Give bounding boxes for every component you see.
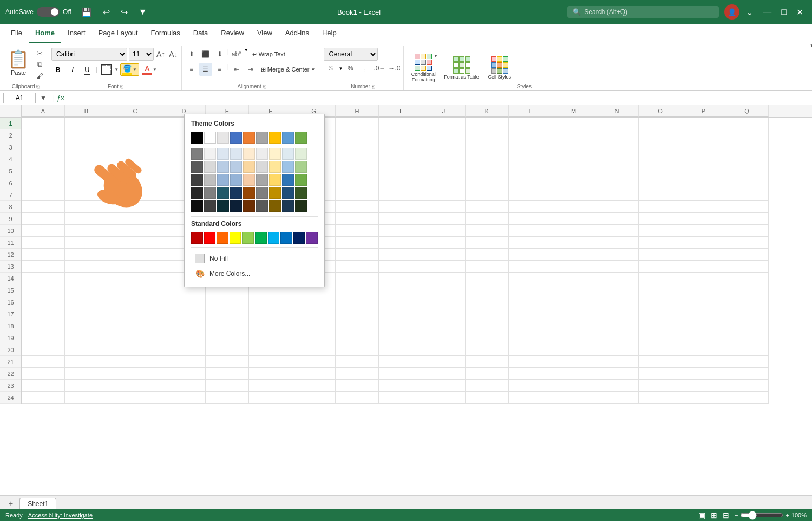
cell-5-10[interactable] <box>466 165 509 177</box>
cell-15-10[interactable] <box>466 284 509 296</box>
view-normal-button[interactable]: ▣ <box>698 511 705 520</box>
cell-1-9[interactable] <box>422 118 466 129</box>
shade[interactable] <box>295 200 307 212</box>
cell-17-15[interactable] <box>682 308 725 320</box>
shade[interactable] <box>230 161 242 173</box>
no-fill-option[interactable]: No Fill <box>191 251 318 266</box>
cell-1-15[interactable] <box>682 118 725 129</box>
theme-color-yellow[interactable] <box>269 132 281 144</box>
cell-23-5[interactable] <box>249 380 292 392</box>
shade[interactable] <box>295 161 307 173</box>
conditional-formatting-button[interactable]: ConditionalFormatting ▼ <box>407 51 440 85</box>
cell-21-0[interactable] <box>22 356 65 368</box>
cell-12-0[interactable] <box>22 249 65 261</box>
cell-16-0[interactable] <box>22 296 65 308</box>
cell-22-3[interactable] <box>162 368 206 380</box>
cell-19-3[interactable] <box>162 332 206 344</box>
cell-15-14[interactable] <box>639 284 682 296</box>
shade[interactable] <box>204 187 216 199</box>
cell-21-2[interactable] <box>108 356 162 368</box>
cell-9-11[interactable] <box>509 213 552 225</box>
cell-14-1[interactable] <box>65 273 108 284</box>
cell-24-2[interactable] <box>108 392 162 404</box>
cell-12-15[interactable] <box>682 249 725 261</box>
insert-function-button[interactable]: ƒx <box>57 94 64 102</box>
save-button[interactable]: 💾 <box>78 6 95 18</box>
cell-23-12[interactable] <box>552 380 595 392</box>
row-num-24[interactable]: 24 <box>0 392 21 404</box>
cell-2-11[interactable] <box>509 129 552 141</box>
cell-18-3[interactable] <box>162 320 206 332</box>
menu-review[interactable]: Review <box>214 24 251 43</box>
cell-7-8[interactable] <box>379 189 422 201</box>
cell-16-1[interactable] <box>65 296 108 308</box>
cell-4-15[interactable] <box>682 153 725 165</box>
cell-9-10[interactable] <box>466 213 509 225</box>
font-color-dropdown-arrow[interactable]: ▼ <box>153 67 157 72</box>
cell-14-12[interactable] <box>552 273 595 284</box>
bold-button[interactable]: B <box>51 63 64 76</box>
cell-12-12[interactable] <box>552 249 595 261</box>
cell-23-4[interactable] <box>206 380 249 392</box>
cell-23-0[interactable] <box>22 380 65 392</box>
cell-12-14[interactable] <box>639 249 682 261</box>
std-color-darkred[interactable] <box>191 232 203 244</box>
cell-6-12[interactable] <box>552 177 595 189</box>
row-num-8[interactable]: 8 <box>0 201 21 213</box>
copy-button[interactable]: ⧉ <box>34 59 45 70</box>
cell-15-15[interactable] <box>682 284 725 296</box>
cell-23-11[interactable] <box>509 380 552 392</box>
shade[interactable] <box>282 187 294 199</box>
cell-14-0[interactable] <box>22 273 65 284</box>
cell-2-8[interactable] <box>379 129 422 141</box>
cell-2-14[interactable] <box>639 129 682 141</box>
row-num-21[interactable]: 21 <box>0 356 21 368</box>
shade[interactable] <box>217 187 229 199</box>
shade[interactable] <box>243 200 255 212</box>
orientation-dropdown[interactable]: ▼ <box>244 48 248 61</box>
cell-10-9[interactable] <box>422 225 466 237</box>
view-preview-button[interactable]: ⊟ <box>723 511 729 520</box>
cell-10-13[interactable] <box>595 225 639 237</box>
cell-14-14[interactable] <box>639 273 682 284</box>
cell-13-1[interactable] <box>65 261 108 273</box>
zoom-in-button[interactable]: + <box>785 512 789 519</box>
close-button[interactable]: ✕ <box>793 4 807 20</box>
undo-button[interactable]: ↩ <box>100 6 113 18</box>
shade[interactable] <box>269 200 281 212</box>
fill-color-button[interactable]: 🪣 ▼ <box>120 63 139 76</box>
shade[interactable] <box>256 161 268 173</box>
cell-16-4[interactable] <box>206 296 249 308</box>
cell-22-12[interactable] <box>552 368 595 380</box>
cell-17-13[interactable] <box>595 308 639 320</box>
cell-16-15[interactable] <box>682 296 725 308</box>
cell-12-9[interactable] <box>422 249 466 261</box>
cell-15-1[interactable] <box>65 284 108 296</box>
cell-7-13[interactable] <box>595 189 639 201</box>
cell-17-14[interactable] <box>639 308 682 320</box>
cell-10-16[interactable] <box>725 225 769 237</box>
minimize-button[interactable]: — <box>759 4 775 20</box>
shade[interactable] <box>204 161 216 173</box>
cell-5-1[interactable] <box>65 165 108 177</box>
cut-button[interactable]: ✂ <box>34 48 45 59</box>
cell-8-10[interactable] <box>466 201 509 213</box>
row-num-16[interactable]: 16 <box>0 296 21 308</box>
cell-17-3[interactable] <box>162 308 206 320</box>
cell-10-7[interactable] <box>336 225 379 237</box>
cell-16-12[interactable] <box>552 296 595 308</box>
cell-22-0[interactable] <box>22 368 65 380</box>
cell-19-16[interactable] <box>725 332 769 344</box>
cell-2-0[interactable] <box>22 129 65 141</box>
cell-19-4[interactable] <box>206 332 249 344</box>
cell-24-5[interactable] <box>249 392 292 404</box>
col-header-J[interactable]: J <box>422 105 466 117</box>
cell-24-15[interactable] <box>682 392 725 404</box>
cell-5-16[interactable] <box>725 165 769 177</box>
cell-24-10[interactable] <box>466 392 509 404</box>
cell-19-6[interactable] <box>292 332 336 344</box>
cell-12-16[interactable] <box>725 249 769 261</box>
cell-20-1[interactable] <box>65 344 108 356</box>
cell-1-14[interactable] <box>639 118 682 129</box>
maximize-button[interactable]: □ <box>778 4 790 20</box>
